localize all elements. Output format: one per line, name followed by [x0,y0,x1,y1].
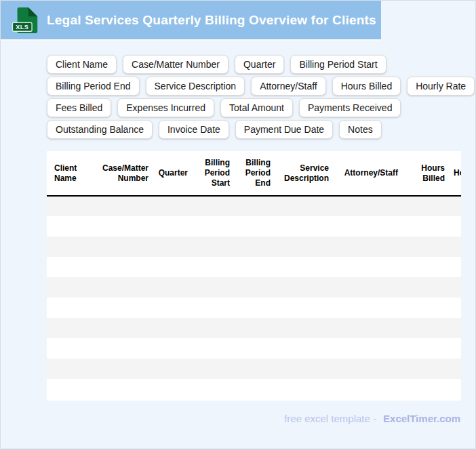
field-chip-hourly-rate[interactable]: Hourly Rate [407,77,475,96]
column-header-billing-period-start: Billing Period Start [193,151,235,196]
column-header-hours-billed: Hours Billed [403,151,450,196]
field-chip-payment-due-date[interactable]: Payment Due Date [235,120,333,139]
field-chip-outstanding-balance[interactable]: Outstanding Balance [47,120,153,139]
field-chip-list: Client NameCase/Matter NumberQuarterBill… [47,55,476,139]
column-header-service-description: Service Description [275,151,334,196]
xls-icon-label: XLS [16,24,28,30]
field-chip-client-name[interactable]: Client Name [47,55,117,74]
field-chip-expenses-incurred[interactable]: Expenses Incurred [117,98,214,117]
field-chip-payments-received[interactable]: Payments Received [299,98,401,117]
table-row [47,196,461,216]
table-row-cell [47,338,461,359]
field-chip-attorney-staff[interactable]: Attorney/Staff [251,77,326,96]
table-row [47,277,461,298]
table-row [47,338,461,359]
billing-table-grid: Client NameCase/Matter NumberQuarterBill… [47,151,461,399]
field-chip-invoice-date[interactable]: Invoice Date [159,120,229,139]
table-row-cell [47,379,461,399]
field-chip-case-matter-number[interactable]: Case/Matter Number [123,55,229,74]
table-row-cell [47,298,461,318]
column-header-billing-period-end: Billing Period End [235,151,275,196]
table-row [47,216,461,237]
table-row-cell [47,359,461,379]
field-chip-service-description[interactable]: Service Description [146,77,245,96]
field-chip-total-amount[interactable]: Total Amount [220,98,293,117]
billing-table: Client NameCase/Matter NumberQuarterBill… [47,151,461,401]
field-chip-notes[interactable]: Notes [339,120,382,139]
field-chip-billing-period-end[interactable]: Billing Period End [47,77,140,96]
table-row [47,298,461,318]
template-preview-page: XLS Legal Services Quarterly Billing Ove… [0,0,476,450]
table-row [47,257,461,277]
field-chip-quarter[interactable]: Quarter [235,55,284,74]
column-header-attorney-staff: Attorney/Staff [334,151,403,196]
table-row [47,359,461,379]
field-chip-billing-period-start[interactable]: Billing Period Start [290,55,386,74]
column-header-hourly-rate: Hourly Rate [450,151,461,196]
billing-table-header: Client NameCase/Matter NumberQuarterBill… [47,151,461,196]
header-banner: XLS Legal Services Quarterly Billing Ove… [1,1,381,39]
table-row-cell [47,318,461,338]
column-header-client-name: Client Name [47,151,85,196]
table-row-cell [47,277,461,298]
footer-brand-link[interactable]: ExcelTimer.com [383,413,460,424]
table-row [47,318,461,338]
table-row [47,379,461,399]
footer-credit: free excel template -ExcelTimer.com [284,412,460,426]
field-chip-hours-billed[interactable]: Hours Billed [332,77,401,96]
page-title: Legal Services Quarterly Billing Overvie… [47,1,376,39]
table-row-cell [47,216,461,237]
table-row-cell [47,237,461,257]
table-row-cell [47,196,461,216]
footer-text: free excel template - [284,413,376,424]
table-row [47,237,461,257]
xls-file-icon: XLS [12,6,40,35]
column-header-case-matter-number: Case/Matter Number [85,151,153,196]
column-header-quarter: Quarter [153,151,193,196]
field-chip-fees-billed[interactable]: Fees Billed [47,98,111,117]
table-row-cell [47,257,461,277]
